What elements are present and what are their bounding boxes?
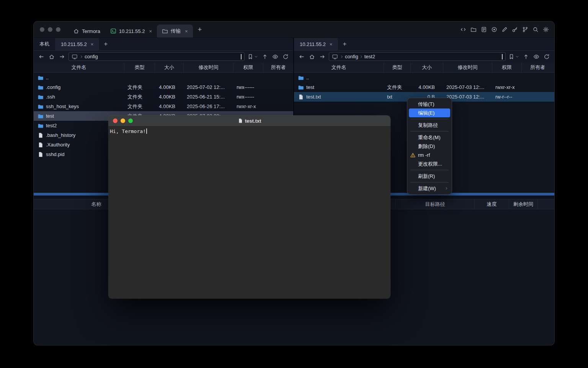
tab-label: Termora bbox=[82, 28, 100, 34]
menu-item-edit[interactable]: 编辑(E) bbox=[409, 108, 450, 117]
menu-item-rename[interactable]: 重命名(M) bbox=[407, 133, 452, 142]
right-new-tab-button[interactable]: + bbox=[338, 38, 351, 50]
menu-item-delete[interactable]: 删除(D) bbox=[407, 142, 452, 151]
menu-item-transfer[interactable]: 传输(T) bbox=[407, 100, 452, 108]
chevron-right-icon bbox=[340, 54, 344, 59]
pencil-icon bbox=[501, 26, 508, 33]
column-header[interactable]: 文件名 bbox=[294, 62, 384, 72]
menu-item-new[interactable]: 新建(W) bbox=[407, 184, 452, 193]
file-row-.ssh[interactable]: .ssh文件夹4.00KB2025-06-21 15:...rwx------ bbox=[34, 92, 293, 102]
transfer-column-target-path[interactable]: 目标路径 bbox=[396, 199, 475, 209]
left-tab-local[interactable]: 本机 bbox=[34, 38, 55, 50]
tab-close-button[interactable]: × bbox=[149, 29, 152, 34]
left-forward-button[interactable] bbox=[58, 52, 66, 61]
search-button[interactable] bbox=[532, 25, 539, 34]
editor-titlebar[interactable]: test.txt bbox=[108, 115, 390, 127]
chevron-down-icon bbox=[515, 54, 519, 59]
left-path-bar[interactable]: config bbox=[69, 52, 245, 61]
code-button[interactable] bbox=[459, 25, 467, 34]
right-refresh-button[interactable] bbox=[543, 52, 550, 61]
left-refresh-button[interactable] bbox=[282, 52, 289, 61]
left-home-button[interactable] bbox=[48, 52, 56, 61]
transfer-column-remaining[interactable]: 剩余时间 bbox=[509, 199, 538, 209]
file-icon bbox=[38, 132, 44, 138]
pencil-button[interactable] bbox=[501, 25, 508, 34]
column-header-label: 类型 bbox=[392, 64, 402, 71]
column-header[interactable]: 文件名 bbox=[34, 62, 124, 72]
editor-minimize-button[interactable] bbox=[121, 118, 125, 123]
titlebar-tab-transfer[interactable]: 传输× bbox=[157, 25, 193, 38]
right-show-hidden-button[interactable] bbox=[532, 52, 540, 61]
record-button[interactable] bbox=[490, 25, 498, 34]
tab-close-button[interactable]: × bbox=[91, 42, 94, 47]
menu-item-copy-path[interactable]: 复制路径 bbox=[407, 121, 452, 130]
path-segment[interactable]: test2 bbox=[364, 54, 375, 59]
column-header[interactable]: 修改时间 bbox=[184, 62, 234, 72]
chevron-down-icon[interactable] bbox=[502, 54, 503, 59]
transfer-column-speed[interactable]: 速度 bbox=[475, 199, 509, 209]
left-new-tab-button[interactable]: + bbox=[99, 38, 112, 50]
file-icon bbox=[238, 118, 243, 123]
folder-icon bbox=[298, 75, 304, 81]
editor-close-button[interactable] bbox=[113, 118, 118, 123]
branch-button[interactable] bbox=[521, 25, 529, 34]
file-type-cell: txt bbox=[384, 94, 411, 100]
tab-close-button[interactable]: × bbox=[185, 29, 188, 34]
menu-item-chmod[interactable]: 更改权限... bbox=[407, 159, 452, 168]
menu-item-refresh[interactable]: 刷新(R) bbox=[407, 172, 452, 181]
right-upload-button[interactable] bbox=[522, 52, 530, 61]
editor-window: test.txt Hi, Termora! bbox=[108, 115, 390, 299]
file-name-cell: .ssh bbox=[34, 94, 124, 100]
log-button[interactable] bbox=[480, 25, 488, 34]
left-tab-host[interactable]: 10.211.55.2× bbox=[55, 38, 99, 50]
folder-icon bbox=[38, 123, 44, 129]
text-caret bbox=[146, 128, 147, 134]
column-header[interactable]: 类型 bbox=[384, 62, 411, 72]
key-button[interactable] bbox=[511, 25, 519, 34]
file-perms-cell: rwx------ bbox=[234, 84, 263, 90]
titlebar-tab-host[interactable]: 10.211.55.2× bbox=[105, 25, 157, 38]
right-tab-host[interactable]: 10.211.55.2× bbox=[294, 38, 338, 50]
file-row-test[interactable]: test文件夹4.00KB2025-07-03 12:...rwxr-xr-x bbox=[294, 82, 554, 92]
settings-button[interactable] bbox=[542, 25, 550, 34]
file-row-.config[interactable]: .config文件夹4.00KB2025-07-02 12:...rwx----… bbox=[34, 82, 293, 92]
right-path-bar[interactable]: configtest2 bbox=[329, 52, 506, 61]
path-segment[interactable]: config bbox=[345, 54, 358, 59]
right-forward-button[interactable] bbox=[318, 52, 326, 61]
new-window-tab-button[interactable]: + bbox=[193, 26, 207, 33]
column-header[interactable]: 所有者 bbox=[263, 62, 293, 72]
menu-item-rm-rf[interactable]: rm -rf bbox=[407, 151, 452, 159]
column-header-label: 大小 bbox=[164, 64, 174, 71]
minimize-window-button[interactable] bbox=[48, 27, 52, 32]
column-header[interactable]: 类型 bbox=[124, 62, 155, 72]
editor-content[interactable]: Hi, Termora! bbox=[108, 127, 390, 299]
file-row-ssh_host_keys[interactable]: ssh_host_keys文件夹4.00KB2025-06-26 17:...r… bbox=[34, 102, 293, 111]
warning-icon bbox=[410, 152, 416, 158]
file-row-..[interactable]: .. bbox=[34, 73, 293, 82]
tab-label: 传输 bbox=[171, 28, 181, 34]
right-bookmark-button[interactable] bbox=[508, 52, 519, 61]
left-bookmark-button[interactable] bbox=[247, 52, 258, 61]
right-home-button[interactable] bbox=[308, 52, 316, 61]
right-back-button[interactable] bbox=[298, 52, 305, 61]
titlebar-tab-termora[interactable]: Termora bbox=[68, 25, 105, 38]
left-back-button[interactable] bbox=[38, 52, 45, 61]
path-segment[interactable]: config bbox=[85, 54, 98, 59]
column-header[interactable]: 大小 bbox=[411, 62, 443, 72]
column-header[interactable]: 所有者 bbox=[522, 62, 554, 72]
column-header[interactable]: 权限 bbox=[492, 62, 522, 72]
column-header[interactable]: 权限 bbox=[234, 62, 263, 72]
file-row-..[interactable]: .. bbox=[294, 73, 554, 82]
zoom-window-button[interactable] bbox=[56, 27, 60, 32]
left-upload-button[interactable] bbox=[261, 52, 269, 61]
column-header[interactable]: 修改时间 bbox=[443, 62, 492, 72]
editor-zoom-button[interactable] bbox=[128, 118, 133, 123]
close-window-button[interactable] bbox=[40, 27, 44, 32]
left-show-hidden-button[interactable] bbox=[271, 52, 279, 61]
arrow-right-icon bbox=[319, 54, 325, 60]
column-header[interactable]: 大小 bbox=[155, 62, 184, 72]
chevron-down-icon[interactable] bbox=[241, 54, 242, 59]
arrow-up-icon bbox=[523, 54, 529, 60]
tab-close-button[interactable]: × bbox=[330, 42, 333, 47]
folder-button[interactable] bbox=[470, 25, 477, 34]
